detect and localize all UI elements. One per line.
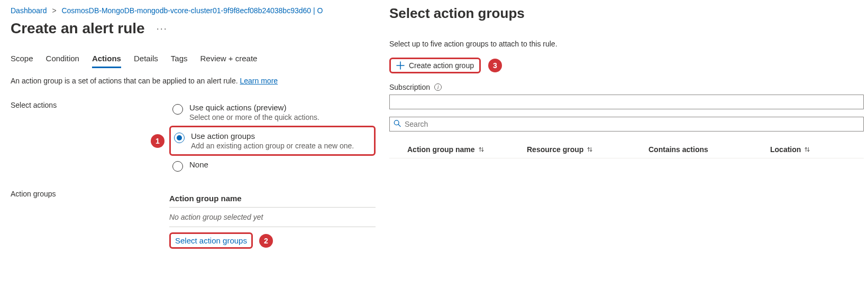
tab-actions[interactable]: Actions	[92, 51, 121, 66]
radio-label: None	[189, 160, 208, 169]
column-header-contains-actions[interactable]: Contains actions	[648, 145, 770, 154]
annotation-box-3: Create action group	[389, 58, 481, 73]
search-icon	[394, 120, 401, 129]
radio-icon	[174, 133, 185, 143]
select-action-groups-link[interactable]: Select action groups	[175, 236, 247, 245]
panel-title: Select action groups	[389, 5, 864, 22]
sort-icon	[478, 146, 485, 153]
annotation-badge-1: 1	[151, 134, 165, 148]
breadcrumb-link-resource[interactable]: CosmosDB-MongoDB-mongodb-vcore-cluster01…	[61, 6, 323, 15]
actions-description: An action group is a set of actions that…	[11, 77, 376, 85]
radio-icon	[172, 104, 183, 115]
sort-icon	[587, 146, 593, 153]
actions-description-text: An action group is a set of actions that…	[11, 77, 240, 85]
radio-use-quick-actions[interactable]: Use quick actions (preview) Select one o…	[169, 99, 376, 126]
title-more-button[interactable]: ···	[154, 21, 170, 36]
subscription-input[interactable]	[389, 95, 864, 109]
tab-tags[interactable]: Tags	[171, 51, 188, 66]
annotation-badge-3: 3	[488, 59, 502, 72]
radio-none[interactable]: None	[169, 156, 376, 176]
radio-use-action-groups[interactable]: Use action groups Add an existing action…	[171, 127, 374, 154]
subscription-label: Subscription	[389, 83, 430, 91]
tab-condition[interactable]: Condition	[46, 51, 79, 66]
column-header-action-group-name[interactable]: Action group name	[389, 145, 527, 154]
column-header-location[interactable]: Location	[770, 145, 864, 154]
annotation-box-1: Use action groups Add an existing action…	[169, 126, 376, 156]
annotation-box-2: Select action groups	[169, 232, 253, 249]
info-icon[interactable]: i	[434, 83, 442, 91]
annotation-badge-2: 2	[259, 234, 273, 248]
wizard-tabs: Scope Condition Actions Details Tags Rev…	[11, 51, 376, 66]
sort-icon	[804, 146, 810, 153]
column-header-label: Action group name	[407, 145, 475, 154]
panel-description: Select up to five action groups to attac…	[389, 40, 864, 48]
create-action-group-label: Create action group	[409, 61, 474, 70]
plus-icon	[396, 61, 405, 70]
breadcrumb-link-dashboard[interactable]: Dashboard	[11, 6, 47, 15]
tab-review-create[interactable]: Review + create	[200, 51, 258, 66]
select-actions-label: Select actions	[11, 99, 169, 109]
learn-more-link[interactable]: Learn more	[240, 77, 278, 85]
tab-scope[interactable]: Scope	[11, 51, 33, 66]
action-group-name-column-header: Action group name	[169, 190, 376, 208]
radio-label: Use quick actions (preview)	[189, 103, 319, 112]
radio-subtext: Select one or more of the quick actions.	[189, 113, 319, 121]
column-header-resource-group[interactable]: Resource group	[527, 145, 648, 154]
breadcrumb-separator-icon: >	[52, 6, 56, 15]
select-action-groups-panel: Select action groups Select up to five a…	[386, 0, 868, 291]
column-header-label: Location	[770, 145, 801, 154]
search-input[interactable]	[389, 117, 864, 132]
create-alert-rule-pane: Dashboard > CosmosDB-MongoDB-mongodb-vco…	[0, 0, 386, 291]
breadcrumb: Dashboard > CosmosDB-MongoDB-mongodb-vco…	[11, 6, 376, 15]
column-header-label: Contains actions	[648, 145, 708, 154]
radio-icon	[172, 161, 183, 172]
radio-label: Use action groups	[191, 132, 354, 140]
create-action-group-button[interactable]: Create action group	[391, 59, 479, 72]
tab-details[interactable]: Details	[134, 51, 158, 66]
column-header-label: Resource group	[527, 145, 583, 154]
page-title: Create an alert rule	[11, 20, 145, 37]
svg-line-1	[398, 125, 400, 127]
action-groups-label: Action groups	[11, 187, 169, 198]
action-groups-table-header: Action group name Resource group Contain…	[389, 141, 864, 158]
action-groups-empty-state: No action group selected yet	[169, 208, 376, 227]
select-actions-radiogroup: Use quick actions (preview) Select one o…	[169, 99, 376, 176]
radio-subtext: Add an existing action group or create a…	[191, 142, 354, 150]
